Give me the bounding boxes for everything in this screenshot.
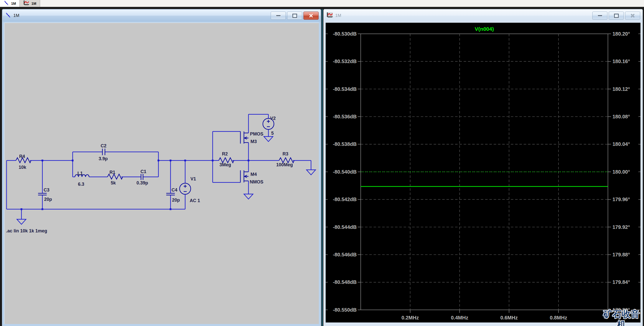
window-title: 1M [13,13,19,18]
y-left-tick: -80.540dB [333,169,357,175]
label-C4: C4 [172,187,177,193]
plot-drawing: V(n004) -80.530dB -80.532dB -80.534dB -8… [326,23,640,322]
value-V1: AC 1 [190,198,200,203]
resistor-R1[interactable] [107,174,123,179]
voltage-source-V1[interactable] [180,183,191,194]
label-V2: V2 [270,116,276,121]
schematic-window-titlebar[interactable]: 1M [3,10,321,22]
value-C1: 0.39p [136,180,148,185]
schematic-window: 1M [2,9,321,326]
tab-waveform-1m[interactable]: 1M [20,0,40,7]
y-right-tick: 180.00° [612,169,630,175]
label-L1: L1 [77,171,83,176]
restore-icon [292,14,297,18]
model-M3: PMOS [250,131,263,137]
minimize-icon [276,15,281,16]
minimize-button[interactable] [271,12,286,20]
x-tick: 0.8MHz [550,315,567,320]
value-C3: 20p [44,197,52,202]
y-right-tick: 180.04° [612,141,630,147]
value-R2: 3Meg [219,162,231,167]
schematic-icon [5,12,11,19]
capacitor-C2[interactable] [102,149,105,155]
watermark-cn-text: 矿石收音机 [599,309,644,326]
y-right-tick: 180.20° [612,31,630,37]
restore-button[interactable] [609,12,624,20]
waveform-icon [23,0,29,7]
window-title: 1M [335,13,341,18]
plot-canvas[interactable]: V(n004) -80.530dB -80.532dB -80.534dB -8… [326,23,640,322]
y-left-tick: -80.542dB [333,197,357,202]
plot-window-titlebar[interactable]: 1M [324,10,642,22]
y-left-tick: -80.532dB [333,59,357,64]
schematic-drawing: R4 10k C3 20p C2 3.9p L1 6.3 R1 5k C1 0.… [5,23,319,324]
close-button[interactable] [303,12,319,20]
restore-button[interactable] [287,12,302,20]
y-right-tick: 180.16° [612,59,630,64]
capacitor-C3[interactable] [38,193,47,195]
label-M4: M4 [250,172,257,177]
wires [7,114,311,219]
mosfet-M4-nmos[interactable] [240,170,248,182]
restore-icon [614,14,619,18]
plot-trace-title: V(n004) [475,26,494,32]
ground-symbols [17,137,316,224]
schematic-canvas[interactable]: R4 10k C3 20p C2 3.9p L1 6.3 R1 5k C1 0.… [4,23,319,324]
minimize-button[interactable] [592,12,607,20]
spice-directive: .ac lin 10k 1k 1meg [6,228,47,233]
label-R3: R3 [283,151,288,156]
value-R1: 5k [111,180,116,185]
label-M3: M3 [250,139,257,144]
close-button[interactable] [625,12,640,20]
watermark: 矿石收音机 www.crystalradio.cn [599,309,644,326]
y-right-tick: 179.84° [612,279,630,285]
plot-window: 1M [323,9,643,326]
x-tick: 0.4MHz [451,315,468,320]
y-left-tick: -80.534dB [333,86,357,92]
y-left-tick: -80.546dB [333,252,357,257]
tab-label: 1M [31,2,36,6]
y-right-tick: 179.96° [612,197,630,202]
value-C4: 20p [172,198,180,203]
close-icon [630,13,635,18]
close-icon [309,13,313,18]
y-right-tick: 180.08° [612,114,630,119]
junction-dots [21,160,249,210]
label-R2: R2 [222,151,228,156]
y-left-tick: -80.550dB [333,307,357,313]
label-C2: C2 [101,143,106,148]
y-left-tick: -80.538dB [333,141,357,147]
capacitor-C1[interactable] [141,174,143,180]
waveform-icon [326,12,333,19]
x-tick: 0.2MHz [402,315,419,320]
label-C3: C3 [44,187,49,193]
mosfet-M3-pmos[interactable] [240,131,248,144]
tab-schematic-1m[interactable]: 1M [0,0,20,7]
window-edge-highlight [322,9,322,326]
y-left-tick: -80.530dB [333,31,357,37]
schematic-icon [4,1,9,7]
x-tick: 0.6MHz [500,315,518,320]
y-left-tick: -80.548dB [333,279,357,285]
minimize-icon [598,15,602,16]
value-V2: 5 [271,131,274,136]
y-left-tick: -80.544dB [333,224,357,230]
label-C1: C1 [141,169,146,174]
tab-bar: 1M 1M [0,0,644,7]
capacitor-C4[interactable] [166,193,175,195]
value-C2: 3.9p [99,156,108,161]
label-R4: R4 [19,154,25,159]
resistor-R3[interactable] [279,158,294,163]
label-R1: R1 [109,170,115,175]
value-R4: 10k [19,165,26,170]
value-R3: 100Meg [276,162,293,167]
y-right-tick: 179.92° [612,224,630,230]
label-V1: V1 [190,176,196,181]
y-right-tick: 179.88° [612,252,630,257]
resistor-R2[interactable] [219,158,234,163]
y-right-tick: 180.12° [612,86,630,92]
model-M4: NMOS [250,179,263,184]
value-L1: 6.3 [78,182,84,187]
y-left-tick: -80.536dB [333,114,357,119]
tab-label: 1M [11,2,16,6]
